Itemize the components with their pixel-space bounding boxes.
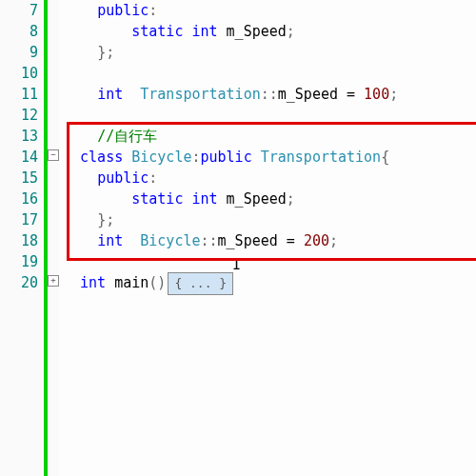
- line-number: 10: [0, 63, 38, 84]
- fold-gutter[interactable]: − +: [48, 0, 59, 476]
- code-line-17[interactable]: };: [63, 209, 476, 230]
- text-cursor-icon: I: [232, 254, 241, 275]
- code-line-12[interactable]: [63, 105, 476, 126]
- code-line-16[interactable]: static int m_Speed;: [63, 188, 476, 209]
- line-number: 17: [0, 209, 38, 230]
- line-number: 18: [0, 230, 38, 251]
- code-line-11[interactable]: int Transportation::m_Speed = 100;: [63, 84, 476, 105]
- line-number: 8: [0, 21, 38, 42]
- line-number-gutter: 7 8 9 10 11 12 13 14 15 16 17 18 19 20: [0, 0, 44, 476]
- code-line-10[interactable]: [63, 63, 476, 84]
- code-line-8[interactable]: static int m_Speed;: [63, 21, 476, 42]
- line-number: 19: [0, 251, 38, 272]
- code-area[interactable]: public: static int m_Speed; }; int Trans…: [59, 0, 476, 476]
- line-number: 12: [0, 105, 38, 126]
- line-number: 14: [0, 147, 38, 168]
- code-line-7[interactable]: public:: [63, 0, 476, 21]
- code-line-19[interactable]: I: [63, 251, 476, 272]
- fold-collapse-icon[interactable]: −: [48, 149, 59, 161]
- code-line-20[interactable]: int main(){ ... }: [63, 272, 476, 293]
- line-number: 16: [0, 188, 38, 209]
- code-line-13[interactable]: //自行车: [63, 126, 476, 147]
- line-number: 9: [0, 42, 38, 63]
- line-number: 15: [0, 168, 38, 188]
- code-line-14[interactable]: class Bicycle:public Transportation{: [63, 147, 476, 168]
- code-line-15[interactable]: public:: [63, 168, 476, 188]
- line-number: 20: [0, 272, 38, 293]
- code-line-18[interactable]: int Bicycle::m_Speed = 200;: [63, 230, 476, 251]
- fold-expand-icon[interactable]: +: [48, 275, 59, 287]
- line-number: 13: [0, 126, 38, 147]
- fold-placeholder[interactable]: { ... }: [168, 272, 233, 295]
- line-number: 11: [0, 84, 38, 105]
- code-line-9[interactable]: };: [63, 42, 476, 63]
- line-number: 7: [0, 0, 38, 21]
